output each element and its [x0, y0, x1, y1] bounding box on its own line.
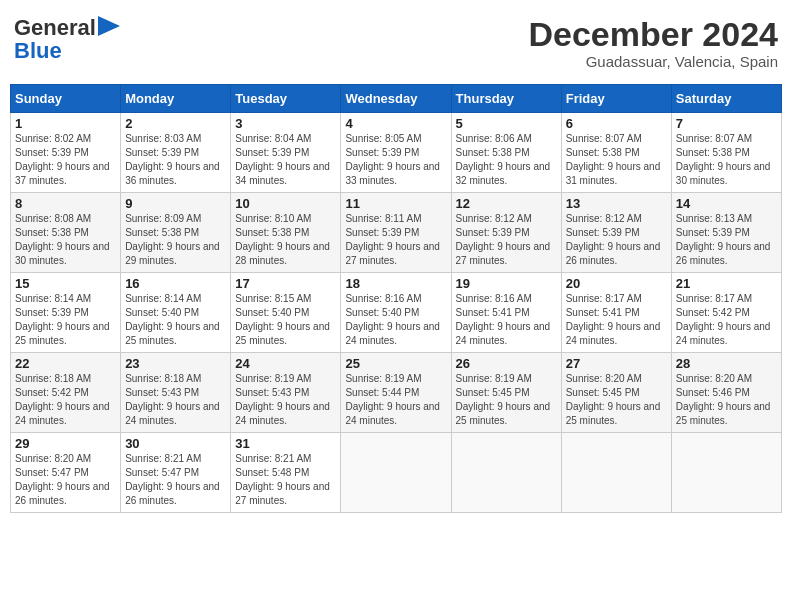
- day-number: 22: [15, 356, 116, 371]
- weekday-header-friday: Friday: [561, 85, 671, 113]
- day-number: 12: [456, 196, 557, 211]
- page-header: General Blue December 2024 Guadassuar, V…: [10, 10, 782, 76]
- calendar-day-29: 29 Sunrise: 8:20 AMSunset: 5:47 PMDaylig…: [11, 433, 121, 513]
- day-info: Sunrise: 8:15 AMSunset: 5:40 PMDaylight:…: [235, 292, 336, 348]
- day-info: Sunrise: 8:07 AMSunset: 5:38 PMDaylight:…: [676, 132, 777, 188]
- calendar-day-22: 22 Sunrise: 8:18 AMSunset: 5:42 PMDaylig…: [11, 353, 121, 433]
- calendar-day-25: 25 Sunrise: 8:19 AMSunset: 5:44 PMDaylig…: [341, 353, 451, 433]
- calendar-week-3: 15 Sunrise: 8:14 AMSunset: 5:39 PMDaylig…: [11, 273, 782, 353]
- calendar-day-8: 8 Sunrise: 8:08 AMSunset: 5:38 PMDayligh…: [11, 193, 121, 273]
- calendar-week-2: 8 Sunrise: 8:08 AMSunset: 5:38 PMDayligh…: [11, 193, 782, 273]
- calendar-day-16: 16 Sunrise: 8:14 AMSunset: 5:40 PMDaylig…: [121, 273, 231, 353]
- day-number: 3: [235, 116, 336, 131]
- weekday-header-wednesday: Wednesday: [341, 85, 451, 113]
- svg-marker-0: [98, 16, 120, 36]
- day-number: 24: [235, 356, 336, 371]
- calendar-day-26: 26 Sunrise: 8:19 AMSunset: 5:45 PMDaylig…: [451, 353, 561, 433]
- month-title: December 2024: [528, 16, 778, 53]
- day-info: Sunrise: 8:09 AMSunset: 5:38 PMDaylight:…: [125, 212, 226, 268]
- day-info: Sunrise: 8:20 AMSunset: 5:46 PMDaylight:…: [676, 372, 777, 428]
- day-info: Sunrise: 8:05 AMSunset: 5:39 PMDaylight:…: [345, 132, 446, 188]
- day-number: 25: [345, 356, 446, 371]
- day-number: 4: [345, 116, 446, 131]
- day-info: Sunrise: 8:03 AMSunset: 5:39 PMDaylight:…: [125, 132, 226, 188]
- empty-cell: [451, 433, 561, 513]
- calendar-day-13: 13 Sunrise: 8:12 AMSunset: 5:39 PMDaylig…: [561, 193, 671, 273]
- day-number: 18: [345, 276, 446, 291]
- logo-general-text: General: [14, 17, 96, 39]
- calendar-day-20: 20 Sunrise: 8:17 AMSunset: 5:41 PMDaylig…: [561, 273, 671, 353]
- day-number: 29: [15, 436, 116, 451]
- day-info: Sunrise: 8:04 AMSunset: 5:39 PMDaylight:…: [235, 132, 336, 188]
- day-info: Sunrise: 8:19 AMSunset: 5:43 PMDaylight:…: [235, 372, 336, 428]
- day-number: 27: [566, 356, 667, 371]
- calendar-day-23: 23 Sunrise: 8:18 AMSunset: 5:43 PMDaylig…: [121, 353, 231, 433]
- day-number: 30: [125, 436, 226, 451]
- day-info: Sunrise: 8:16 AMSunset: 5:41 PMDaylight:…: [456, 292, 557, 348]
- day-number: 10: [235, 196, 336, 211]
- day-info: Sunrise: 8:18 AMSunset: 5:43 PMDaylight:…: [125, 372, 226, 428]
- calendar-day-17: 17 Sunrise: 8:15 AMSunset: 5:40 PMDaylig…: [231, 273, 341, 353]
- day-info: Sunrise: 8:12 AMSunset: 5:39 PMDaylight:…: [456, 212, 557, 268]
- day-info: Sunrise: 8:17 AMSunset: 5:42 PMDaylight:…: [676, 292, 777, 348]
- day-info: Sunrise: 8:14 AMSunset: 5:40 PMDaylight:…: [125, 292, 226, 348]
- day-info: Sunrise: 8:08 AMSunset: 5:38 PMDaylight:…: [15, 212, 116, 268]
- weekday-header-saturday: Saturday: [671, 85, 781, 113]
- logo: General Blue: [14, 16, 120, 62]
- day-number: 6: [566, 116, 667, 131]
- day-info: Sunrise: 8:20 AMSunset: 5:47 PMDaylight:…: [15, 452, 116, 508]
- calendar-day-9: 9 Sunrise: 8:09 AMSunset: 5:38 PMDayligh…: [121, 193, 231, 273]
- day-info: Sunrise: 8:12 AMSunset: 5:39 PMDaylight:…: [566, 212, 667, 268]
- title-area: December 2024 Guadassuar, Valencia, Spai…: [528, 16, 778, 70]
- weekday-header-sunday: Sunday: [11, 85, 121, 113]
- day-info: Sunrise: 8:20 AMSunset: 5:45 PMDaylight:…: [566, 372, 667, 428]
- calendar-day-5: 5 Sunrise: 8:06 AMSunset: 5:38 PMDayligh…: [451, 113, 561, 193]
- day-number: 5: [456, 116, 557, 131]
- day-number: 14: [676, 196, 777, 211]
- calendar-day-15: 15 Sunrise: 8:14 AMSunset: 5:39 PMDaylig…: [11, 273, 121, 353]
- day-number: 16: [125, 276, 226, 291]
- logo-arrow-icon: [98, 16, 120, 40]
- day-number: 7: [676, 116, 777, 131]
- calendar-day-18: 18 Sunrise: 8:16 AMSunset: 5:40 PMDaylig…: [341, 273, 451, 353]
- day-info: Sunrise: 8:02 AMSunset: 5:39 PMDaylight:…: [15, 132, 116, 188]
- day-number: 1: [15, 116, 116, 131]
- day-number: 11: [345, 196, 446, 211]
- calendar-day-31: 31 Sunrise: 8:21 AMSunset: 5:48 PMDaylig…: [231, 433, 341, 513]
- day-info: Sunrise: 8:16 AMSunset: 5:40 PMDaylight:…: [345, 292, 446, 348]
- weekday-header-thursday: Thursday: [451, 85, 561, 113]
- day-number: 20: [566, 276, 667, 291]
- day-number: 17: [235, 276, 336, 291]
- day-info: Sunrise: 8:19 AMSunset: 5:45 PMDaylight:…: [456, 372, 557, 428]
- empty-cell: [561, 433, 671, 513]
- weekday-header-row: SundayMondayTuesdayWednesdayThursdayFrid…: [11, 85, 782, 113]
- calendar-day-10: 10 Sunrise: 8:10 AMSunset: 5:38 PMDaylig…: [231, 193, 341, 273]
- day-info: Sunrise: 8:10 AMSunset: 5:38 PMDaylight:…: [235, 212, 336, 268]
- calendar-table: SundayMondayTuesdayWednesdayThursdayFrid…: [10, 84, 782, 513]
- day-info: Sunrise: 8:17 AMSunset: 5:41 PMDaylight:…: [566, 292, 667, 348]
- calendar-week-1: 1 Sunrise: 8:02 AMSunset: 5:39 PMDayligh…: [11, 113, 782, 193]
- day-number: 31: [235, 436, 336, 451]
- calendar-day-28: 28 Sunrise: 8:20 AMSunset: 5:46 PMDaylig…: [671, 353, 781, 433]
- calendar-week-4: 22 Sunrise: 8:18 AMSunset: 5:42 PMDaylig…: [11, 353, 782, 433]
- day-number: 28: [676, 356, 777, 371]
- day-number: 15: [15, 276, 116, 291]
- calendar-day-6: 6 Sunrise: 8:07 AMSunset: 5:38 PMDayligh…: [561, 113, 671, 193]
- calendar-day-21: 21 Sunrise: 8:17 AMSunset: 5:42 PMDaylig…: [671, 273, 781, 353]
- day-info: Sunrise: 8:11 AMSunset: 5:39 PMDaylight:…: [345, 212, 446, 268]
- day-number: 2: [125, 116, 226, 131]
- day-number: 8: [15, 196, 116, 211]
- empty-cell: [671, 433, 781, 513]
- day-info: Sunrise: 8:06 AMSunset: 5:38 PMDaylight:…: [456, 132, 557, 188]
- weekday-header-tuesday: Tuesday: [231, 85, 341, 113]
- empty-cell: [341, 433, 451, 513]
- day-info: Sunrise: 8:19 AMSunset: 5:44 PMDaylight:…: [345, 372, 446, 428]
- day-info: Sunrise: 8:13 AMSunset: 5:39 PMDaylight:…: [676, 212, 777, 268]
- location-subtitle: Guadassuar, Valencia, Spain: [528, 53, 778, 70]
- calendar-day-19: 19 Sunrise: 8:16 AMSunset: 5:41 PMDaylig…: [451, 273, 561, 353]
- calendar-day-27: 27 Sunrise: 8:20 AMSunset: 5:45 PMDaylig…: [561, 353, 671, 433]
- day-number: 13: [566, 196, 667, 211]
- calendar-day-14: 14 Sunrise: 8:13 AMSunset: 5:39 PMDaylig…: [671, 193, 781, 273]
- weekday-header-monday: Monday: [121, 85, 231, 113]
- day-number: 9: [125, 196, 226, 211]
